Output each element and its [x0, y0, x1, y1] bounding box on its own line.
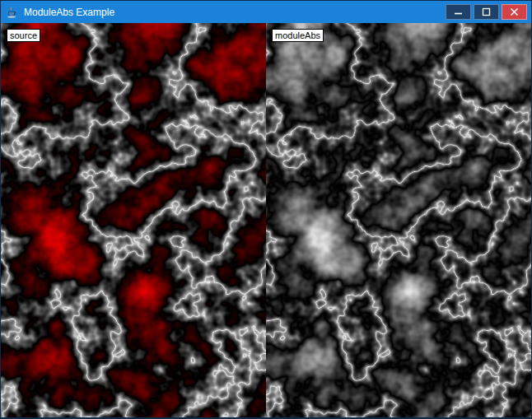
app-window: ModuleAbs Example — [0, 0, 532, 419]
client-area: source moduleAbs — [1, 23, 531, 417]
moduleabs-label: moduleAbs — [272, 29, 324, 42]
maximize-button[interactable] — [474, 4, 499, 20]
moduleabs-panel: moduleAbs — [266, 23, 531, 417]
window-title: ModuleAbs Example — [24, 7, 114, 18]
close-button[interactable] — [502, 4, 527, 20]
source-label: source — [7, 29, 40, 42]
source-panel: source — [1, 23, 266, 417]
moduleabs-image — [266, 23, 531, 417]
titlebar[interactable]: ModuleAbs Example — [1, 1, 531, 23]
source-image — [1, 23, 266, 417]
close-icon — [510, 5, 519, 20]
window-controls — [446, 4, 531, 20]
minimize-icon — [454, 5, 463, 20]
java-app-icon — [6, 6, 19, 19]
minimize-button[interactable] — [446, 4, 471, 20]
maximize-icon — [482, 5, 491, 20]
